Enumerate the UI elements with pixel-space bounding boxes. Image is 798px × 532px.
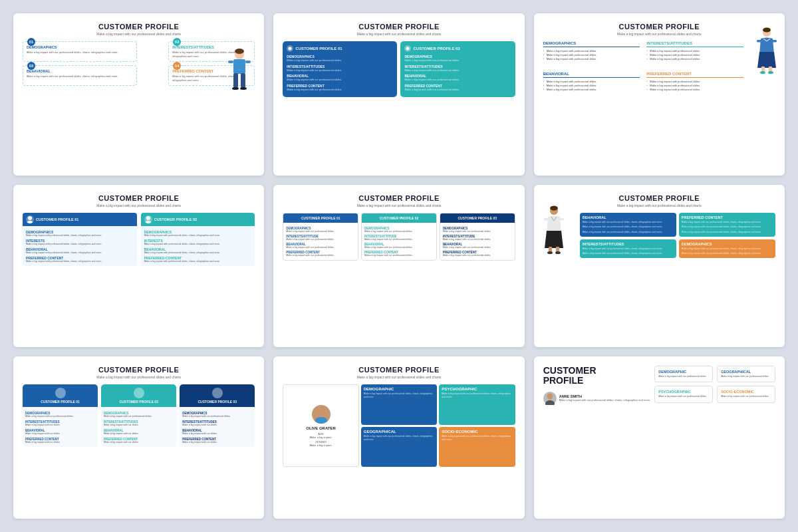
slide9-person: ANNE SMITH Make a big impact with our pr… [543, 392, 651, 405]
slide2-row-1-3: PREFERRED CONTENTMake a big impact with … [404, 84, 511, 92]
slide9-big-title: CUSTOMER PROFILE [543, 366, 651, 386]
slide4-cols: CUSTOMER PROFILE 01 DEMOGRAPHICS Make a … [23, 213, 255, 266]
svg-rect-16 [769, 66, 772, 72]
slide9-col-1: DEMOGRAPHIC Make a big impact with our p… [654, 366, 713, 405]
svg-point-22 [145, 221, 152, 223]
svg-point-32 [315, 417, 328, 424]
svg-point-34 [545, 400, 555, 405]
svg-rect-13 [757, 40, 761, 43]
slide8-demographic: DEMOGRAPHIC Make a big impact with our p… [361, 384, 437, 425]
slide8-socioeconomic: SOCIO-ECONOMIC Make a big impact with ou… [439, 427, 515, 467]
slide2-col-title-0: CUSTOMER PROFILE 01 [287, 45, 393, 52]
slide8-person-avatar [312, 405, 331, 424]
svg-rect-28 [556, 247, 559, 252]
slide1-label-2: BEHAVIORAL [27, 69, 133, 73]
slide7-col-2: CUSTOMER PROFILE 03 DEMOGRAPHICS Make a … [180, 384, 255, 447]
svg-point-30 [555, 251, 561, 254]
slide2-row-0-0: DEMOGRAPHICSMake a big impact with our p… [287, 55, 393, 63]
slide1-subtitle: Make a big impact with our professional … [23, 32, 255, 36]
slide5-body-2: DEMOGRAPHICS Make a big impact with our … [440, 223, 515, 260]
slide1-text-0: Make a big impact with our professional … [27, 51, 133, 55]
svg-point-29 [547, 251, 553, 254]
slide6-subtitle: Make a big impact with our professional … [543, 203, 775, 207]
svg-point-20 [27, 221, 33, 223]
slide9-person-info: ANNE SMITH Make a big impact with our pr… [559, 394, 651, 402]
svg-point-7 [232, 87, 239, 90]
slide-1: CUSTOMER PROFILE Make a big impact with … [13, 13, 264, 176]
slide9-info-3: SOCIO-ECONOMIC Make a big impact with ou… [717, 386, 775, 402]
slide5-card-header-0: CUSTOMER PROFILE 01 [283, 213, 358, 223]
slide7-col-body-0: DEMOGRAPHICS Make a big impact with our … [23, 407, 98, 447]
slide5-card-0: CUSTOMER PROFILE 01 DEMOGRAPHICS Make a … [283, 213, 358, 261]
slide2-col-icon-0 [287, 45, 293, 52]
slide4-card-0: CUSTOMER PROFILE 01 DEMOGRAPHICS Make a … [23, 213, 137, 266]
slide5-card-2: CUSTOMER PROFILE 03 DEMOGRAPHICS Make a … [440, 213, 515, 261]
slide7-avatar-0 [55, 388, 66, 398]
slide7-col-body-2: DEMOGRAPHICS Make a big impact with our … [180, 407, 255, 447]
svg-point-17 [760, 71, 765, 74]
slide9-avatar [543, 392, 557, 405]
slide2-cols: CUSTOMER PROFILE 01 DEMOGRAPHICSMake a b… [283, 41, 515, 97]
slide9-info-1: PSYCHOGRAPHIC Make a big impact with our… [654, 386, 713, 402]
slide2-row-1-0: DEMOGRAPHICSMake a big impact with our p… [404, 55, 511, 63]
slide9-info-2: GEOGRAPHICAL Make a big impact with our … [717, 366, 775, 382]
slide5-card-1: CUSTOMER PROFILE 02 DEMOGRAPHICS Make a … [361, 213, 437, 261]
slide7-col-0: CUSTOMER PROFILE 01 DEMOGRAPHICS Make a … [23, 384, 98, 447]
slide5-card-header-1: CUSTOMER PROFILE 02 [362, 213, 436, 223]
svg-rect-14 [772, 40, 777, 43]
slide8-psychographic: PSYCHOGRAPHIC Make a big impact with our… [439, 384, 515, 425]
svg-point-9 [289, 47, 292, 51]
svg-point-12 [763, 28, 771, 33]
slide2-col-1: CUSTOMER PROFILE 02 DEMOGRAPHICSMake a b… [400, 41, 515, 97]
slide8-grid: DEMOGRAPHIC Make a big impact with our p… [283, 384, 515, 509]
slide-3: CUSTOMER PROFILE Make a big impact with … [534, 13, 785, 176]
slide7-avatar-1 [134, 388, 144, 398]
slide2-title: CUSTOMER PROFILE [283, 23, 515, 31]
slide-7: CUSTOMER PROFILE Make a big impact with … [13, 356, 264, 519]
svg-point-18 [768, 71, 773, 74]
slide5-subtitle: Make a big impact with our professional … [283, 203, 515, 207]
slide4-card-body-1: DEMOGRAPHICS Make a big impact with prof… [141, 226, 255, 266]
slide4-avatar-1 [144, 215, 152, 223]
svg-point-8 [240, 87, 247, 90]
slide3-subtitle: Make a big impact with our professional … [543, 32, 775, 36]
slide4-card-header-0: CUSTOMER PROFILE 01 [23, 213, 137, 226]
slide2-row-1-1: INTERESTS/ATTITUDESMake a big impact wit… [404, 65, 511, 72]
slide1-title: CUSTOMER PROFILE [23, 23, 255, 31]
svg-point-31 [317, 408, 325, 416]
slide6-grid: BEHAVIORAL Make a big impact with our pr… [580, 213, 775, 258]
slide2-col-title-1: CUSTOMER PROFILE 02 [404, 45, 511, 52]
svg-rect-25 [544, 218, 549, 221]
svg-rect-2 [233, 59, 245, 74]
slide6-content: BEHAVIORAL Make a big impact with our pr… [543, 213, 775, 258]
slide7-cols: CUSTOMER PROFILE 01 DEMOGRAPHICS Make a … [23, 384, 255, 447]
svg-rect-4 [245, 61, 251, 63]
svg-rect-5 [233, 73, 238, 88]
slide9-col-2: GEOGRAPHICAL Make a big impact with our … [717, 366, 775, 405]
svg-rect-27 [549, 247, 552, 252]
slide4-card-header-1: CUSTOMER PROFILE 02 [141, 213, 255, 226]
slide1-boxes: 01 DEMOGRAPHICS Make a big impact with o… [23, 41, 255, 86]
slide3-cols: DEMOGRAPHICS Make a big impact with prof… [543, 41, 775, 92]
slide5-body-1: DEMOGRAPHICS Make a big impact with our … [362, 223, 436, 260]
slide1-num-0: 01 [27, 38, 35, 46]
slide-4: CUSTOMER PROFILE Make a big impact with … [13, 185, 264, 347]
slide3-section-3: PREFERRED CONTENT Make a big impact with… [646, 72, 743, 92]
slide2-row-1-2: BEHAVIORALMake a big impact with our pro… [404, 74, 511, 82]
slide7-subtitle: Make a big impact with our professional … [23, 375, 255, 379]
slide1-figure [227, 48, 252, 94]
slides-grid: CUSTOMER PROFILE Make a big impact with … [0, 0, 798, 532]
slide6-box-2: INTERESTS/ATTITUDES Make a big impact wi… [580, 239, 676, 259]
slide7-col-header-0: CUSTOMER PROFILE 01 [23, 384, 98, 407]
slide1-box-2: 03 BEHAVIORAL Make a big impact with our… [23, 65, 137, 86]
slide5-title: CUSTOMER PROFILE [283, 194, 515, 202]
slide7-col-1: CUSTOMER PROFILE 02 DEMOGRAPHICS Make a … [101, 384, 176, 447]
svg-point-33 [547, 393, 553, 399]
slide7-col-body-1: DEMOGRAPHICS Make a big impact with our … [101, 407, 176, 447]
slide3-title: CUSTOMER PROFILE [543, 23, 775, 31]
slide9-info-0: DEMOGRAPHIC Make a big impact with our p… [654, 366, 713, 382]
slide1-label-0: DEMOGRAPHICS [27, 45, 133, 49]
slide2-row-0-2: BEHAVIORALMake a big impact with our pro… [287, 74, 393, 82]
svg-point-21 [146, 216, 150, 220]
slide2-col-icon-1 [404, 45, 411, 52]
